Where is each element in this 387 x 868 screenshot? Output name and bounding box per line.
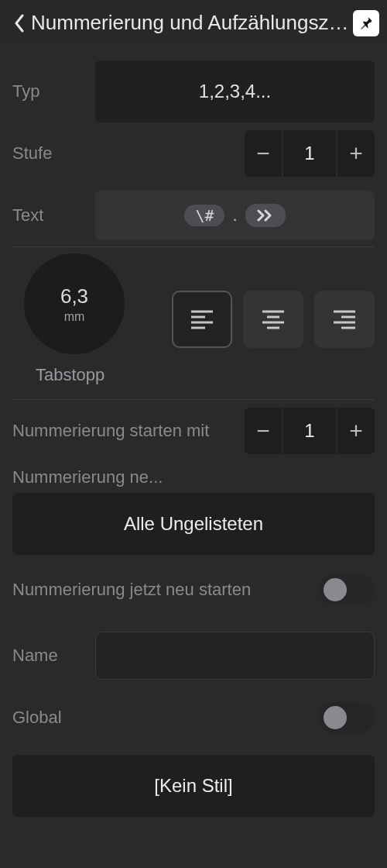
restart-now-label: Nummerierung jetzt neu starten: [12, 580, 310, 600]
style-button[interactable]: [Kein Stil]: [12, 755, 375, 817]
level-decrement[interactable]: −: [245, 130, 282, 177]
restart-after-button[interactable]: Alle Ungelisteten: [12, 493, 375, 555]
pin-icon: [358, 16, 374, 31]
text-label: Text: [12, 205, 86, 226]
text-format-input[interactable]: \# .: [95, 191, 375, 240]
start-value[interactable]: 1: [282, 408, 337, 454]
align-left-button[interactable]: [172, 291, 232, 348]
toggle-knob: [324, 706, 347, 729]
type-selector[interactable]: 1,2,3,4...: [95, 60, 375, 122]
start-increment[interactable]: +: [337, 408, 375, 454]
level-stepper: − 1 +: [245, 130, 375, 177]
start-stepper: − 1 +: [245, 408, 375, 454]
pin-button[interactable]: [353, 10, 379, 36]
level-increment[interactable]: +: [337, 130, 375, 177]
back-button[interactable]: [8, 13, 31, 33]
tabstop-label: Tabstopp: [36, 365, 104, 385]
name-input[interactable]: [95, 632, 375, 680]
global-label: Global: [12, 708, 86, 728]
type-label: Typ: [12, 81, 86, 102]
name-label: Name: [12, 646, 86, 666]
text-token-hash: \#: [184, 205, 224, 226]
restart-after-label: Nummerierung ne...: [12, 467, 375, 487]
restart-now-toggle[interactable]: [319, 574, 375, 605]
align-center-icon: [259, 305, 287, 333]
tabstop-value: 6,3: [60, 284, 88, 308]
tabstop-unit: mm: [64, 310, 85, 324]
text-token-tab: [245, 204, 286, 227]
toggle-knob: [324, 578, 347, 601]
align-right-button[interactable]: [314, 291, 375, 348]
text-separator: .: [232, 205, 237, 226]
start-decrement[interactable]: −: [245, 408, 282, 454]
level-value[interactable]: 1: [282, 130, 337, 177]
start-label: Nummerierung starten mit: [12, 421, 235, 441]
double-chevron-right-icon: [256, 209, 275, 222]
align-left-icon: [188, 305, 216, 333]
global-toggle[interactable]: [319, 702, 375, 733]
tabstop-value-dial[interactable]: 6,3 mm: [24, 253, 125, 354]
level-label: Stufe: [12, 143, 86, 164]
panel-title: Nummerierung und Aufzählungszeichen: [31, 11, 353, 35]
chevron-left-icon: [13, 13, 26, 33]
align-center-button[interactable]: [243, 291, 303, 348]
align-right-icon: [330, 305, 358, 333]
type-value: 1,2,3,4...: [199, 81, 271, 102]
